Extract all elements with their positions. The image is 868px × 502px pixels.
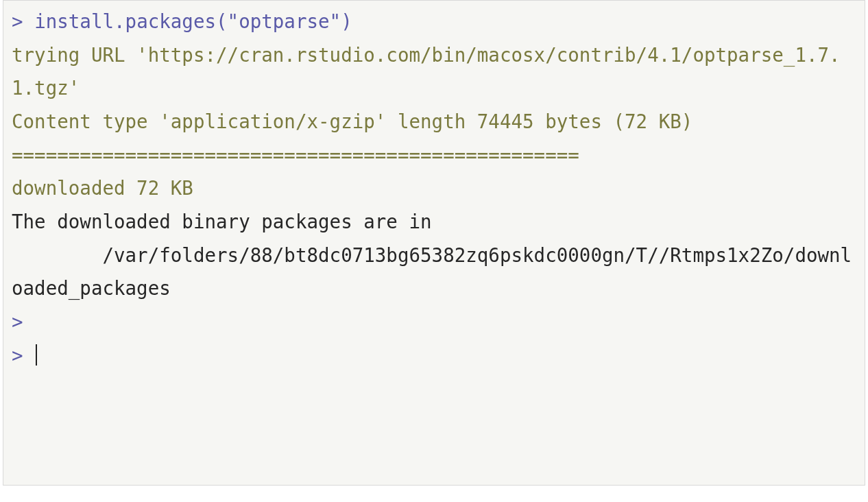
cursor (36, 344, 37, 366)
empty-prompt-line: > (12, 305, 859, 339)
command-line: > install.packages("optparse") (12, 5, 859, 38)
active-prompt-line[interactable]: > (12, 339, 859, 372)
output-trying-url: trying URL 'https://cran.rstudio.com/bin… (12, 38, 859, 105)
output-content-type: Content type 'application/x-gzip' length… (12, 105, 859, 139)
prompt-char: > (12, 311, 23, 333)
output-downloaded: downloaded 72 KB (12, 171, 859, 205)
prompt-char: > (12, 344, 23, 366)
prompt-char: > (12, 10, 23, 32)
output-progress-bar: ========================================… (12, 139, 859, 172)
r-console[interactable]: > install.packages("optparse")trying URL… (3, 0, 865, 486)
command-text: install.packages("optparse") (34, 10, 352, 32)
output-pkg-location-2: /var/folders/88/bt8dc0713bg65382zq6pskdc… (12, 239, 859, 305)
output-pkg-location-1: The downloaded binary packages are in (12, 205, 859, 239)
